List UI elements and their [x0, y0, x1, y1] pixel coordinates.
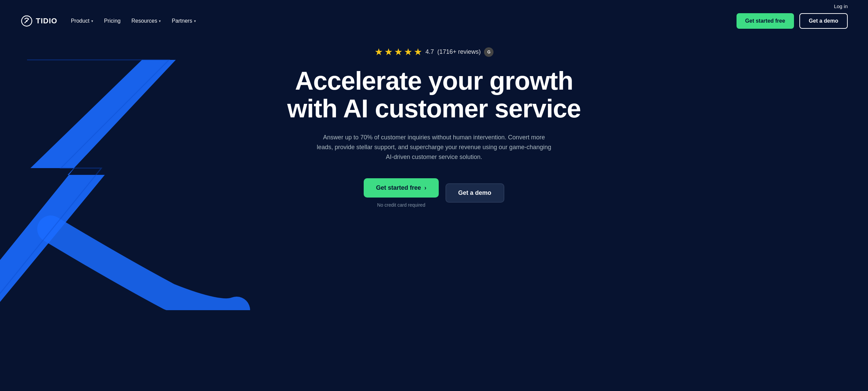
hero-section: ★ ★ ★ ★ ★ 4.7 (1716+ reviews) G Accelera…	[0, 33, 868, 310]
hero-content: ★ ★ ★ ★ ★ 4.7 (1716+ reviews) G Accelera…	[272, 46, 596, 208]
nav-label-resources: Resources	[131, 18, 157, 24]
hero-subtitle: Answer up to 70% of customer inquiries w…	[316, 133, 552, 162]
login-link[interactable]: Log in	[834, 3, 848, 9]
star-1: ★	[375, 46, 383, 58]
star-5: ★	[414, 46, 422, 58]
nav-label-pricing: Pricing	[104, 18, 121, 24]
chevron-down-icon-partners: ▾	[194, 19, 196, 23]
navbar: TIDIO Product ▾ Pricing Resources ▾	[0, 9, 868, 33]
nav-item-product[interactable]: Product ▾	[71, 18, 93, 24]
get-started-free-button-nav[interactable]: Get started free	[737, 13, 794, 29]
get-a-demo-button-hero[interactable]: Get a demo	[445, 183, 504, 203]
primary-cta-group: Get started free › No credit card requir…	[364, 178, 438, 208]
chevron-down-icon-resources: ▾	[159, 19, 161, 23]
navbar-left: TIDIO Product ▾ Pricing Resources ▾	[20, 15, 196, 27]
rating-reviews: (1716+ reviews)	[437, 48, 481, 55]
logo-icon	[20, 15, 33, 27]
get-a-demo-button-nav[interactable]: Get a demo	[799, 13, 848, 29]
star-2: ★	[384, 46, 393, 58]
hero-title-line2: with AI customer service	[287, 94, 581, 123]
get-started-label: Get started free	[376, 184, 421, 191]
capterra-icon: G	[484, 47, 493, 57]
nav-item-pricing[interactable]: Pricing	[104, 18, 121, 24]
no-credit-card-text: No credit card required	[377, 202, 425, 208]
svg-point-0	[26, 20, 28, 22]
top-bar: Log in	[0, 0, 868, 9]
nav-item-resources[interactable]: Resources ▾	[131, 18, 161, 24]
rating-value: 4.7	[426, 48, 434, 55]
logo-text: TIDIO	[36, 17, 57, 25]
nav-links: Product ▾ Pricing Resources ▾ Partners ▾	[71, 18, 196, 24]
logo-link[interactable]: TIDIO	[20, 15, 57, 27]
nav-label-partners: Partners	[172, 18, 192, 24]
nav-label-product: Product	[71, 18, 90, 24]
hero-title: Accelerate your growth with AI customer …	[272, 67, 596, 122]
stars-rating-row: ★ ★ ★ ★ ★ 4.7 (1716+ reviews) G	[272, 46, 596, 58]
hero-title-line1: Accelerate your growth	[295, 66, 573, 95]
arrow-icon: ›	[425, 184, 427, 191]
star-4: ★	[404, 46, 412, 58]
get-started-free-button-hero[interactable]: Get started free ›	[364, 178, 438, 198]
star-3: ★	[394, 46, 403, 58]
hero-cta-buttons: Get started free › No credit card requir…	[272, 178, 596, 208]
star-icons: ★ ★ ★ ★ ★	[375, 46, 422, 58]
navbar-right: Get started free Get a demo	[737, 13, 848, 29]
chevron-down-icon: ▾	[91, 19, 93, 23]
nav-item-partners[interactable]: Partners ▾	[172, 18, 196, 24]
